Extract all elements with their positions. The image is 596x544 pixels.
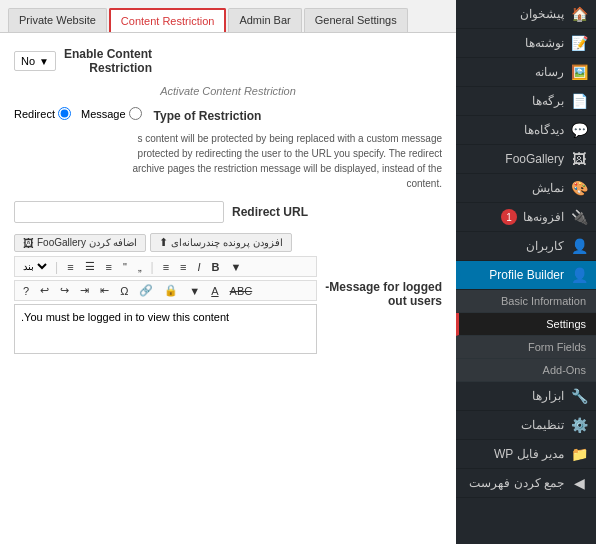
submenu-settings[interactable]: Settings bbox=[456, 313, 596, 336]
unordered-list-btn[interactable]: ≡ bbox=[159, 260, 173, 274]
sidebar-item-posts-label: نوشته‌ها bbox=[525, 36, 564, 50]
foogallery-sidebar-icon: 🖼 bbox=[570, 151, 588, 167]
submenu-basic-info[interactable]: Basic Information bbox=[456, 290, 596, 313]
message-label: Message for logged- out users bbox=[325, 280, 442, 308]
tab-admin-bar[interactable]: Admin Bar bbox=[228, 8, 301, 32]
sidebar-item-dashboard[interactable]: 🏠 پیشخوان bbox=[456, 0, 596, 29]
help-btn[interactable]: ? bbox=[19, 284, 33, 298]
plugins-badge: 1 bbox=[501, 209, 517, 225]
enable-dropdown[interactable]: ▼ No bbox=[14, 51, 56, 71]
sidebar-item-profile-builder-label: Profile Builder bbox=[489, 268, 564, 282]
main-content: Private Website Content Restriction Admi… bbox=[0, 0, 456, 544]
btn-upload-media[interactable]: ⬆ افزودن پرونده‌ چندرسانه‌ای bbox=[150, 233, 292, 252]
radio-redirect[interactable]: Redirect bbox=[14, 107, 71, 120]
editor-container: 🖼 FooGallery اضافه کردن ⬆ افزودن پرونده‌… bbox=[14, 233, 317, 354]
tab-content-restriction[interactable]: Content Restriction bbox=[109, 8, 227, 32]
message-editor[interactable]: .You must be logged in to view this cont… bbox=[14, 304, 317, 354]
sidebar-item-foogallery[interactable]: 🖼 FooGallery bbox=[456, 145, 596, 174]
sidebar-item-settings-label: تنظیمات bbox=[521, 418, 564, 432]
quote-btn[interactable]: " bbox=[119, 260, 131, 274]
align-right-btn[interactable]: ≡ bbox=[63, 260, 77, 274]
tab-private-website[interactable]: Private Website bbox=[8, 8, 107, 32]
sidebar-item-comments-label: دیدگاه‌ها bbox=[524, 123, 564, 137]
dropdown-value: No bbox=[21, 55, 35, 67]
link-btn[interactable]: 🔗 bbox=[135, 283, 157, 298]
sidebar-item-foogallery-label: FooGallery bbox=[505, 152, 564, 166]
settings-content: Enable Content Restriction ▼ No Activate… bbox=[0, 33, 456, 544]
submenu-add-ons[interactable]: Add-Ons bbox=[456, 359, 596, 382]
enable-restriction-row: Enable Content Restriction ▼ No bbox=[14, 47, 442, 75]
sidebar-item-media[interactable]: 🖼️ رسانه bbox=[456, 58, 596, 87]
sidebar-item-media-label: رسانه bbox=[535, 65, 564, 79]
btn-upload-label: افزودن پرونده‌ چندرسانه‌ای bbox=[171, 237, 283, 248]
sidebar-item-dashboard-label: پیشخوان bbox=[520, 7, 564, 21]
collapse-icon: ◀ bbox=[570, 475, 588, 491]
sidebar-item-comments[interactable]: 💬 دیدگاه‌ها bbox=[456, 116, 596, 145]
tools-icon: 🔧 bbox=[570, 388, 588, 404]
restriction-type-row: Type of Restriction Redirect Message bbox=[14, 107, 442, 123]
undo-btn[interactable]: ↩ bbox=[36, 283, 53, 298]
sidebar-item-collapse-label: جمع کردن فهرست bbox=[469, 476, 564, 490]
sidebar-item-plugins[interactable]: 🔌 افزونه‌ها 1 bbox=[456, 203, 596, 232]
foogallery-icon: 🖼 bbox=[23, 237, 34, 249]
sidebar-item-file-manager[interactable]: 📁 مدیر فایل WP bbox=[456, 440, 596, 469]
format-bar-2: ? ↩ ↪ ⇥ ⇤ Ω 🔗 🔒 ▼ A ABC bbox=[14, 280, 317, 301]
bold-btn[interactable]: B bbox=[208, 260, 224, 274]
text-color-dropdown[interactable]: ▼ bbox=[185, 284, 204, 298]
indent-btn[interactable]: ⇥ bbox=[76, 283, 93, 298]
special-char-btn[interactable]: Ω bbox=[116, 284, 132, 298]
settings-icon: ⚙️ bbox=[570, 417, 588, 433]
posts-icon: 📝 bbox=[570, 35, 588, 51]
quote2-btn[interactable]: „ bbox=[134, 260, 146, 274]
sidebar-item-users[interactable]: 👤 کاربران bbox=[456, 232, 596, 261]
tab-general-settings[interactable]: General Settings bbox=[304, 8, 408, 32]
dashboard-icon: 🏠 bbox=[570, 6, 588, 22]
underline-btn[interactable]: A bbox=[207, 284, 222, 298]
profile-builder-icon: 👤 bbox=[570, 267, 588, 283]
pages-icon: 📄 bbox=[570, 93, 588, 109]
sidebar-item-file-manager-label: مدیر فایل WP bbox=[494, 447, 564, 461]
sidebar-item-plugins-label: افزونه‌ها bbox=[523, 210, 564, 224]
outdent-btn[interactable]: ⇤ bbox=[96, 283, 113, 298]
users-icon: 👤 bbox=[570, 238, 588, 254]
sidebar-item-appearance[interactable]: 🎨 نمایش bbox=[456, 174, 596, 203]
sidebar-item-tools-label: ابزارها bbox=[532, 389, 564, 403]
comments-icon: 💬 bbox=[570, 122, 588, 138]
restriction-type-label: Type of Restriction bbox=[154, 107, 262, 123]
strikethrough-btn[interactable]: ABC bbox=[226, 284, 257, 298]
editor-toolbar: 🖼 FooGallery اضافه کردن ⬆ افزودن پرونده‌… bbox=[14, 233, 317, 252]
sidebar-item-pages[interactable]: 📄 برگه‌ها bbox=[456, 87, 596, 116]
active-arrow bbox=[456, 269, 461, 281]
chevron-down-icon: ▼ bbox=[39, 56, 49, 67]
align-left-btn[interactable]: ≡ bbox=[102, 260, 116, 274]
ordered-list-btn[interactable]: ≡ bbox=[176, 260, 190, 274]
sidebar-item-tools[interactable]: 🔧 ابزارها bbox=[456, 382, 596, 411]
lock-btn[interactable]: 🔒 bbox=[160, 283, 182, 298]
format-select[interactable]: بند bbox=[19, 260, 50, 273]
plugins-icon: 🔌 bbox=[570, 209, 588, 225]
redo-btn[interactable]: ↪ bbox=[56, 283, 73, 298]
upload-icon: ⬆ bbox=[159, 236, 168, 249]
tab-bar: Private Website Content Restriction Admi… bbox=[0, 0, 456, 33]
italic-btn[interactable]: I bbox=[194, 260, 205, 274]
radio-message[interactable]: Message bbox=[81, 107, 142, 120]
enable-restriction-label: Enable Content Restriction bbox=[64, 47, 152, 75]
file-manager-icon: 📁 bbox=[570, 446, 588, 462]
sidebar-item-profile-builder[interactable]: 👤 Profile Builder bbox=[456, 261, 596, 290]
sidebar: 🏠 پیشخوان 📝 نوشته‌ها 🖼️ رسانه 📄 برگه‌ها … bbox=[456, 0, 596, 544]
btn-foogallery[interactable]: 🖼 FooGallery اضافه کردن bbox=[14, 234, 146, 252]
sidebar-item-posts[interactable]: 📝 نوشته‌ها bbox=[456, 29, 596, 58]
sidebar-item-collapse[interactable]: ◀ جمع کردن فهرست bbox=[456, 469, 596, 498]
message-section: Message for logged- out users 🖼 FooGalle… bbox=[14, 233, 442, 354]
align-center-btn[interactable]: ☰ bbox=[81, 259, 99, 274]
dropdown-arrow-btn[interactable]: ▼ bbox=[227, 260, 246, 274]
btn-foogallery-label: FooGallery اضافه کردن bbox=[37, 237, 137, 248]
sidebar-item-settings[interactable]: ⚙️ تنظیمات bbox=[456, 411, 596, 440]
media-icon: 🖼️ bbox=[570, 64, 588, 80]
submenu-form-fields[interactable]: Form Fields bbox=[456, 336, 596, 359]
sidebar-item-appearance-label: نمایش bbox=[532, 181, 564, 195]
redirect-url-input[interactable] bbox=[14, 201, 224, 223]
message-label-row: Message for logged- out users 🖼 FooGalle… bbox=[14, 233, 442, 354]
radio-options: Redirect Message bbox=[14, 107, 142, 120]
redirect-url-row: Redirect URL bbox=[14, 201, 442, 223]
